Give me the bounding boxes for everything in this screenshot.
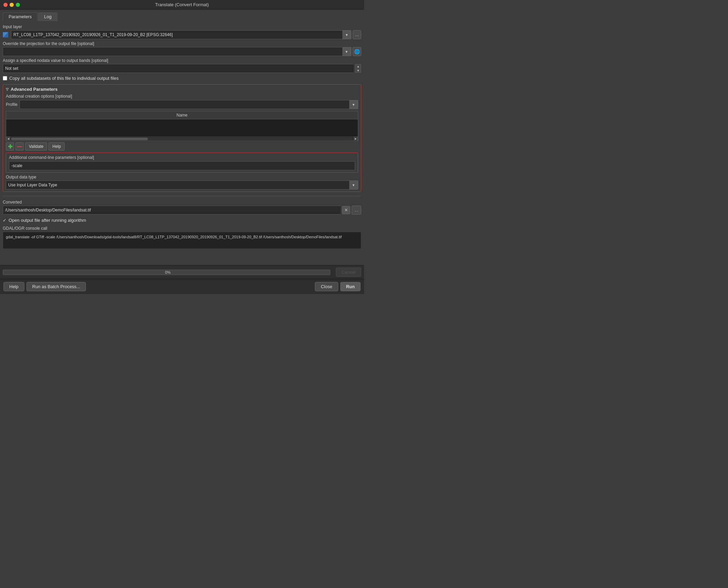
cmdline-section: Additional command-line parameters [opti… [6, 153, 358, 173]
nodata-label: Assign a specified nodata value to outpu… [3, 58, 361, 63]
maximize-window-button[interactable] [16, 3, 20, 7]
nodata-input[interactable] [3, 64, 354, 73]
copy-subdatasets-label: Copy all subdatasets of this file to ind… [9, 76, 119, 81]
remove-row-button[interactable]: — [15, 142, 24, 151]
converted-path-row: ✕ … [3, 206, 361, 215]
profile-combo: ▼ [20, 100, 358, 109]
progress-bar-container [3, 270, 330, 275]
run-button[interactable]: Run [340, 282, 361, 291]
nodata-section: Assign a specified nodata value to outpu… [3, 58, 361, 73]
profile-label: Profile [6, 102, 18, 107]
cmdline-label: Additional command-line parameters [opti… [9, 155, 355, 160]
minimize-window-button[interactable] [10, 3, 14, 7]
converted-path-input[interactable] [3, 206, 341, 215]
advanced-parameters-section: ▽ Advanced Parameters Additional creatio… [3, 84, 361, 192]
add-row-button[interactable]: ✚ [6, 142, 14, 151]
input-layer-label: Input layer [3, 24, 361, 29]
close-window-button[interactable] [3, 3, 8, 7]
help-button[interactable]: Help [3, 282, 24, 291]
remove-icon: — [17, 144, 22, 149]
output-type-combo: ▼ [6, 181, 358, 189]
nodata-scroll-down[interactable]: ▼ [355, 68, 361, 73]
open-output-row: ✓ Open output file after running algorit… [3, 217, 361, 224]
input-layer-dropdown-arrow[interactable]: ▼ [342, 30, 351, 39]
projection-section: Override the projection for the output f… [3, 41, 361, 56]
divider-1 [3, 196, 361, 196]
projection-input[interactable] [3, 47, 342, 56]
scroll-right-button[interactable]: ▶ [354, 137, 358, 141]
input-layer-row: ▼ … [3, 30, 361, 39]
scrollbar-track [11, 138, 353, 140]
gdal-label: GDAL/OGR console call [3, 226, 361, 231]
creation-options-label: Additional creation options [optional] [6, 94, 358, 99]
window-controls[interactable] [3, 3, 20, 7]
profile-input[interactable] [20, 100, 349, 109]
progress-wrapper: 0% [3, 270, 333, 275]
input-layer-input[interactable] [11, 30, 342, 39]
nodata-row: ▲ ▼ [3, 64, 361, 73]
advanced-parameters-label: Advanced Parameters [11, 87, 58, 92]
left-buttons: Help Run as Batch Process... [3, 282, 86, 291]
clear-path-button[interactable]: ✕ [342, 206, 350, 214]
converted-label: Converted [3, 200, 361, 205]
window-title: Translate (Convert Format) [155, 2, 209, 7]
advanced-parameters-header: ▽ Advanced Parameters [6, 87, 358, 92]
raster-icon [3, 32, 8, 37]
validate-button[interactable]: Validate [25, 142, 47, 151]
bottom-buttons-bar: Help Run as Batch Process... Close Run [0, 279, 364, 294]
action-buttons-row: ✚ — Validate Help [6, 142, 358, 151]
copy-subdatasets-row: Copy all subdatasets of this file to ind… [3, 75, 361, 81]
title-bar: Translate (Convert Format) [0, 0, 364, 10]
tab-parameters[interactable]: Parameters [3, 12, 37, 21]
input-layer-combo: ▼ [11, 30, 351, 39]
table-header-name: Name [6, 111, 358, 119]
converted-section: Converted ✕ … [3, 200, 361, 215]
creation-options-table: Name ◀ ▶ [6, 111, 358, 141]
help-advanced-button[interactable]: Help [48, 142, 65, 151]
output-type-label: Output data type [6, 175, 358, 179]
output-type-input[interactable] [6, 181, 349, 189]
projection-dropdown-arrow[interactable]: ▼ [342, 47, 351, 56]
table-body [6, 119, 358, 137]
scrollbar-thumb[interactable] [11, 138, 148, 140]
output-type-section: Output data type ▼ [6, 175, 358, 189]
right-buttons: Close Run [315, 282, 361, 291]
projection-label: Override the projection for the output f… [3, 41, 361, 46]
globe-icon[interactable]: 🌐 [353, 47, 361, 56]
gdal-section: GDAL/OGR console call gdal_translate -of… [3, 226, 361, 249]
projection-combo: ▼ [3, 47, 351, 56]
progress-section: 0% Cancel [0, 265, 364, 279]
checkmark-icon: ✓ [3, 218, 7, 223]
creation-options-section: Additional creation options [optional] P… [6, 94, 358, 151]
input-layer-browse-button[interactable]: … [353, 30, 361, 39]
profile-row: Profile ▼ [6, 100, 358, 109]
cmdline-input[interactable] [9, 161, 355, 170]
open-output-label: Open output file after running algorithm [9, 218, 86, 223]
copy-subdatasets-checkbox[interactable] [3, 76, 7, 80]
input-layer-section: Input layer ▼ … [3, 24, 361, 39]
profile-dropdown-arrow[interactable]: ▼ [349, 100, 358, 109]
advanced-chevron-icon[interactable]: ▽ [6, 87, 9, 91]
tab-bar: Parameters Log [3, 12, 361, 21]
scroll-left-button[interactable]: ◀ [6, 137, 10, 141]
gdal-console: gdal_translate -of GTiff -scale /Users/s… [3, 232, 361, 249]
output-type-dropdown-arrow[interactable]: ▼ [349, 181, 358, 189]
batch-button[interactable]: Run as Batch Process... [26, 282, 86, 291]
add-icon: ✚ [8, 143, 12, 150]
browse-output-button[interactable]: … [352, 206, 361, 215]
nodata-scroll-up[interactable]: ▲ [355, 64, 361, 68]
projection-row: ▼ 🌐 [3, 47, 361, 56]
tab-log[interactable]: Log [38, 12, 57, 21]
cancel-button[interactable]: Cancel [336, 268, 361, 277]
close-button[interactable]: Close [315, 282, 338, 291]
main-content: Parameters Log Input layer ▼ … Override … [0, 10, 364, 265]
table-scrollbar: ◀ ▶ [6, 137, 358, 141]
